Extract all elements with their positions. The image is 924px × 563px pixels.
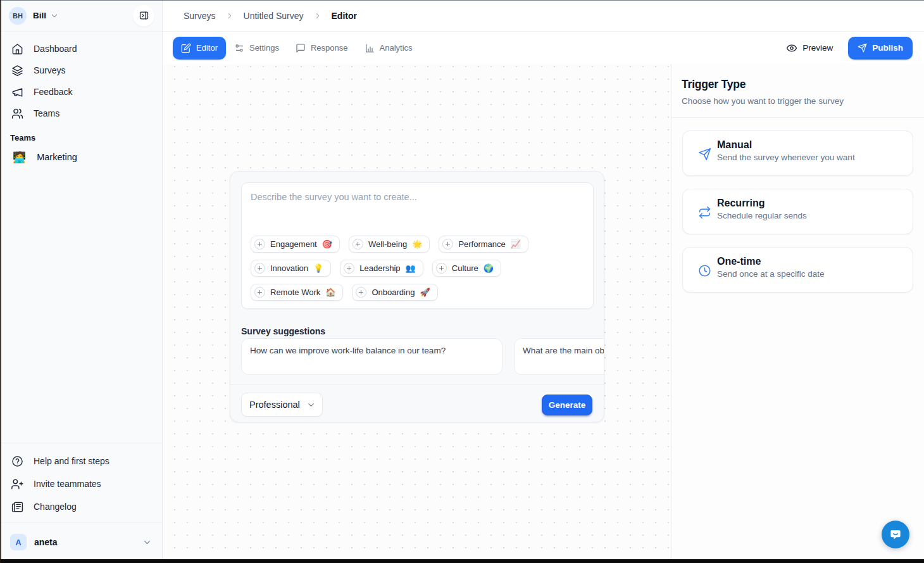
option-description: Send the survey whenever you want [717,153,913,162]
publish-button[interactable]: Publish [848,37,913,60]
chart-icon [365,43,375,53]
chip-label: Remote Work [270,288,320,297]
chip-culture[interactable]: Culture 🌍 [432,260,501,277]
sidebar-item-surveys[interactable]: Surveys [0,60,162,81]
clock-icon [698,264,711,277]
chip-performance[interactable]: Performance 📈 [439,236,528,253]
chevron-down-icon [50,11,59,20]
chip-emoji: 🚀 [420,288,430,296]
sidebar-item-label: Dashboard [34,44,77,54]
plus-icon [254,239,265,250]
divider [0,522,162,523]
window-edge-left [0,0,1,563]
tab-analytics[interactable]: Analytics [356,37,421,60]
tab-label: Response [311,43,348,53]
chip-innovation[interactable]: Innovation 💡 [251,260,331,277]
panel-header: Trigger Type Choose how you want to trig… [671,64,924,118]
trigger-type-panel: Trigger Type Choose how you want to trig… [671,64,924,563]
window-edge-bottom [0,559,924,563]
chip-emoji: 🏠 [325,288,335,296]
send-icon [858,43,867,53]
chip-well-being[interactable]: Well-being 🌟 [349,236,430,253]
trigger-options: Manual Send the survey whenever you want… [671,118,924,305]
user-menu[interactable]: A aneta [0,528,162,557]
chevron-right-icon [225,11,234,20]
sidebar-item-label: Changelog [34,502,77,512]
workspace-name[interactable]: Bill [33,11,46,20]
tone-select[interactable]: Professional [241,393,323,417]
sidebar-item-label: Help and first steps [34,456,109,466]
chip-emoji: 📈 [511,240,521,248]
chat-launcher-button[interactable] [882,521,909,548]
sidebar-item-teams[interactable]: Teams [0,103,162,124]
chip-label: Performance [458,239,505,249]
sidebar-item-label: Invite teammates [34,479,101,489]
team-emoji: 🧑‍💻 [13,152,26,163]
sliders-icon [234,43,244,53]
prompt-placeholder: Describe the survey you want to create..… [251,192,584,202]
chevron-down-icon [142,538,152,547]
plus-icon [254,287,265,298]
editor-toolbar: Editor Settings Response Analytics [163,32,924,64]
plus-icon [442,239,453,250]
suggestion-card[interactable]: What are the main ob [514,338,604,375]
sidebar-item-help[interactable]: Help and first steps [0,450,162,472]
collapse-sidebar-button[interactable] [133,5,154,27]
tone-value: Professional [249,400,300,410]
survey-prompt-input[interactable]: Describe the survey you want to create..… [241,182,594,309]
sidebar-item-changelog[interactable]: Changelog [0,495,162,518]
plus-icon [353,239,363,250]
chip-emoji: 🌍 [484,264,494,272]
plus-icon [344,263,354,274]
suggestion-card[interactable]: How can we improve work-life balance in … [241,338,503,375]
breadcrumb-untitled-survey[interactable]: Untitled Survey [244,11,304,21]
chat-bubble-icon [889,528,902,541]
trigger-option-manual[interactable]: Manual Send the survey whenever you want [682,130,913,176]
chip-onboarding[interactable]: Onboarding 🚀 [352,284,437,301]
workspace-avatar[interactable]: BH [9,7,27,25]
chip-emoji: 🎯 [322,240,332,248]
home-icon [11,43,23,55]
survey-composer-card: Describe the survey you want to create..… [230,171,604,422]
sidebar-item-feedback[interactable]: Feedback [0,81,162,103]
tab-settings[interactable]: Settings [226,37,287,60]
app-window: BH Bill Dashboard Surv [0,0,924,563]
chip-remote-work[interactable]: Remote Work 🏠 [251,284,343,301]
sidebar-item-label: Teams [34,108,59,118]
option-title: Recurring [717,198,913,209]
tab-response[interactable]: Response [287,37,356,60]
chat-icon [296,43,306,53]
option-title: Manual [717,139,913,151]
sidebar-nav: Dashboard Surveys Feedback Teams [0,32,162,169]
tab-label: Settings [249,43,279,53]
plus-icon [356,287,366,298]
trigger-option-one-time[interactable]: One-time Send once at a specific date [682,247,913,293]
edit-icon [181,43,191,53]
suggestions-row: How can we improve work-life balance in … [241,338,604,375]
tab-editor[interactable]: Editor [173,37,226,60]
window-edge-top [0,0,924,1]
team-label: Marketing [37,152,77,162]
chip-emoji: 💡 [313,264,323,272]
publish-label: Publish [872,43,903,53]
chip-emoji: 👥 [406,264,416,272]
sidebar: BH Bill Dashboard Surv [0,0,163,563]
changelog-icon [11,501,23,513]
user-name: aneta [34,537,58,547]
sidebar-item-team-marketing[interactable]: 🧑‍💻 Marketing [0,145,162,169]
sidebar-item-dashboard[interactable]: Dashboard [0,38,162,60]
chip-leadership[interactable]: Leadership 👥 [340,260,423,277]
chip-engagement[interactable]: Engagement 🎯 [251,236,340,253]
trigger-option-recurring[interactable]: Recurring Schedule regular sends [682,189,913,234]
layers-icon [11,65,23,77]
generate-button[interactable]: Generate [542,395,592,415]
editor-canvas[interactable]: Describe the survey you want to create..… [163,64,671,563]
sidebar-item-invite[interactable]: Invite teammates [0,472,162,495]
chip-emoji: 🌟 [412,240,422,248]
send-icon [698,148,711,161]
option-body: Recurring Schedule regular sends [717,189,913,220]
preview-button[interactable]: Preview [786,42,833,54]
chip-label: Onboarding [371,288,415,297]
tab-label: Analytics [380,43,413,53]
breadcrumb-surveys[interactable]: Surveys [184,11,216,21]
